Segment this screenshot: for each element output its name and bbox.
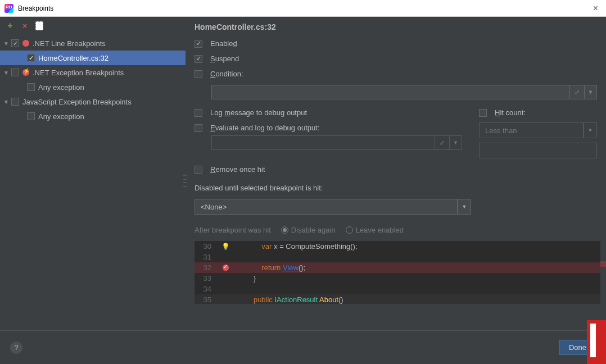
enabled-label: Enabled — [210, 39, 237, 48]
tree-checkbox[interactable] — [27, 54, 35, 62]
evaluate-label: Evaluate and log to debug output: — [210, 124, 319, 132]
help-button[interactable]: ? — [10, 342, 22, 354]
hit-count-mode-arrow[interactable]: ▼ — [584, 122, 597, 138]
window-title: Breakpoints — [18, 4, 590, 12]
line-number: 32 — [195, 263, 216, 272]
tree-checkbox[interactable] — [11, 39, 19, 47]
tree-checkbox[interactable] — [11, 69, 19, 76]
exception-breakpoint-icon — [22, 69, 29, 76]
hit-count-value-input[interactable] — [479, 143, 597, 158]
bulb-icon[interactable]: 💡 — [221, 243, 230, 251]
evaluate-history-dropdown[interactable]: ▼ — [450, 135, 462, 150]
detail-panel: HomeController.cs:32 Enabled Suspend Con… — [186, 17, 606, 330]
condition-checkbox[interactable] — [195, 70, 202, 78]
remove-once-checkbox[interactable] — [195, 166, 202, 174]
tree-label: Any exception — [38, 112, 84, 121]
tree-label: Any exception — [38, 83, 84, 92]
log-message-label: Log message to debug output — [210, 108, 307, 117]
line-number: 35 — [195, 295, 216, 304]
tree-item[interactable]: HomeController.cs:32 — [0, 51, 186, 65]
scroll-marker[interactable] — [600, 241, 606, 304]
condition-history-dropdown[interactable]: ▼ — [585, 85, 597, 99]
condition-label: Condition: — [210, 70, 243, 78]
bottom-bar: ? Done — [0, 330, 606, 364]
disabled-until-select[interactable]: <None> — [195, 199, 458, 215]
title-bar: Breakpoints × — [0, 0, 606, 17]
tree-checkbox[interactable] — [27, 112, 35, 120]
tree-checkbox[interactable] — [27, 83, 35, 91]
tree-label: HomeController.cs:32 — [38, 54, 108, 62]
tree-group[interactable]: ▼.NET Exception Breakpoints — [0, 65, 186, 80]
chevron-down-icon[interactable]: ▼ — [3, 99, 10, 105]
condition-input[interactable] — [211, 85, 570, 99]
code-text: return View(); — [235, 263, 305, 272]
code-line: 33 } — [195, 273, 606, 284]
code-line: 35 public IActionResult About() — [195, 294, 606, 304]
app-icon — [4, 4, 13, 13]
line-number: 31 — [195, 253, 216, 261]
code-line: 32 return View(); — [195, 262, 606, 273]
suspend-label: Suspend — [210, 54, 239, 63]
tree-label: .NET Line Breakpoints — [33, 39, 106, 48]
code-line: 34 — [195, 284, 606, 294]
disabled-until-label: Disabled until selected breakpoint is hi… — [195, 184, 323, 192]
tree-group[interactable]: ▼.NET Line Breakpoints — [0, 36, 186, 51]
tree-toolbar: + × — [0, 17, 186, 35]
tree-label: JavaScript Exception Breakpoints — [22, 98, 132, 106]
code-line: 31 — [195, 252, 606, 262]
leave-enabled-label: Leave enabled — [356, 226, 404, 234]
evaluate-checkbox[interactable] — [195, 124, 202, 132]
code-text: } — [235, 274, 256, 283]
chevron-down-icon[interactable]: ▼ — [3, 70, 10, 76]
hit-count-checkbox[interactable] — [479, 109, 487, 117]
line-number: 33 — [195, 274, 216, 283]
after-hit-label: After breakpoint was hit — [195, 226, 271, 234]
tree-group[interactable]: ▼JavaScript Exception Breakpoints — [0, 94, 186, 109]
disable-again-label: Disable again — [291, 226, 336, 234]
code-text: public IActionResult About() — [235, 295, 343, 304]
left-panel: + × ▼.NET Line BreakpointsHomeController… — [0, 17, 186, 330]
disable-again-radio[interactable] — [281, 226, 288, 234]
breakpoint-gutter-icon[interactable] — [223, 265, 229, 271]
condition-expand-icon[interactable]: ⤢ — [570, 85, 585, 99]
evaluate-expand-icon[interactable]: ⤢ — [435, 135, 450, 150]
suspend-checkbox[interactable] — [195, 55, 202, 63]
leave-enabled-radio[interactable] — [346, 226, 353, 234]
code-line: 30💡 var x = ComputeSomething(); — [195, 241, 606, 252]
breakpoint-tree[interactable]: ▼.NET Line BreakpointsHomeController.cs:… — [0, 35, 186, 330]
document-icon — [35, 21, 43, 30]
code-preview: 30💡 var x = ComputeSomething();3132 retu… — [195, 241, 606, 304]
enabled-checkbox[interactable] — [195, 40, 202, 48]
group-by-button[interactable] — [35, 21, 44, 30]
detail-title: HomeController.cs:32 — [186, 17, 606, 36]
overlay-artifact — [587, 320, 606, 364]
remove-breakpoint-button[interactable]: × — [20, 21, 29, 30]
tree-item[interactable]: Any exception — [0, 80, 186, 94]
tree-checkbox[interactable] — [11, 98, 19, 106]
line-number: 34 — [195, 285, 216, 293]
code-text: var x = ComputeSomething(); — [235, 242, 358, 251]
content-area: + × ▼.NET Line BreakpointsHomeController… — [0, 17, 606, 330]
hit-count-mode-select[interactable]: Less than — [479, 122, 584, 138]
evaluate-input[interactable] — [211, 135, 435, 150]
line-number: 30 — [195, 242, 216, 251]
log-message-checkbox[interactable] — [195, 109, 202, 117]
tree-item[interactable]: Any exception — [0, 109, 186, 124]
disabled-until-arrow[interactable]: ▼ — [458, 199, 471, 215]
hit-count-label: Hit count: — [495, 108, 526, 117]
chevron-down-icon[interactable]: ▼ — [3, 40, 10, 47]
breakpoint-icon — [22, 40, 29, 47]
close-button[interactable]: × — [590, 3, 602, 13]
tree-label: .NET Exception Breakpoints — [33, 69, 124, 77]
add-breakpoint-button[interactable]: + — [6, 21, 15, 30]
split-handle[interactable] — [183, 174, 187, 188]
remove-once-label: Remove once hit — [210, 165, 265, 174]
